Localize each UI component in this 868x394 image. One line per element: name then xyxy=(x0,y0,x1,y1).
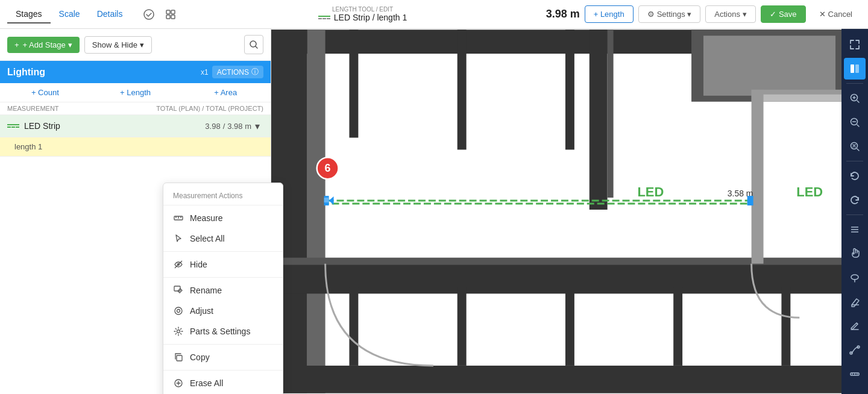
lighting-actions: x1 ACTIONS ⓘ xyxy=(201,66,263,78)
svg-rect-4 xyxy=(171,15,175,19)
undo-button[interactable] xyxy=(844,165,866,187)
table-header-right: TOTAL (PLAN) / TOTAL (PROJECT) xyxy=(156,105,263,112)
main: + + Add Stage ▾ Show & Hide ▾ Lighting x… xyxy=(0,29,868,394)
header-right: 3.98 m + Length ⚙ ⚙ Settings Settings ▾ … xyxy=(546,5,861,23)
header-tabs: Stages Scale Details xyxy=(7,5,131,23)
svg-rect-34 xyxy=(673,287,682,365)
actions-button[interactable]: Actions ▾ xyxy=(705,5,756,23)
curve-button[interactable] xyxy=(844,339,866,361)
show-hide-chevron-icon: ▾ xyxy=(140,40,144,49)
svg-rect-51 xyxy=(851,64,854,73)
svg-rect-45 xyxy=(324,198,329,202)
breadcrumb-text: LENGTH TOOL / EDIT xyxy=(332,6,393,13)
svg-rect-12 xyxy=(174,286,180,291)
tab-stages[interactable]: Stages xyxy=(7,5,51,23)
pen-button[interactable] xyxy=(844,315,866,337)
svg-rect-37 xyxy=(752,90,764,264)
search-button[interactable] xyxy=(244,35,263,54)
menu-item-adjust[interactable]: Adjust xyxy=(163,301,283,321)
cancel-button[interactable]: ✕ Cancel xyxy=(811,6,861,22)
floor-plan-svg: LED LED 3.58 m 6 xyxy=(271,29,841,394)
svg-point-59 xyxy=(851,275,858,280)
redo-button[interactable] xyxy=(844,189,866,211)
sidebar-top: + + Add Stage ▾ Show & Hide ▾ xyxy=(0,29,271,61)
menu-item-copy[interactable]: Copy xyxy=(163,347,283,367)
fit-button[interactable] xyxy=(844,136,866,157)
actions-chevron: ▾ xyxy=(743,10,747,19)
menu-item-hide[interactable]: Hide xyxy=(163,254,283,275)
led-separator: / xyxy=(223,122,225,131)
expand-button[interactable] xyxy=(844,34,866,55)
svg-rect-26 xyxy=(590,30,608,210)
svg-rect-33 xyxy=(565,287,574,365)
svg-rect-47 xyxy=(747,196,753,205)
led-strip-name: LED Strip xyxy=(24,121,205,131)
add-length-button-sidebar[interactable]: + Length xyxy=(90,83,181,102)
sidebar: + + Add Stage ▾ Show & Hide ▾ Lighting x… xyxy=(0,29,271,394)
list-button[interactable] xyxy=(844,219,866,240)
tab-details[interactable]: Details xyxy=(89,5,131,23)
hand-button[interactable] xyxy=(844,243,866,264)
panel-button[interactable] xyxy=(844,58,866,80)
menu-item-select-all[interactable]: Select All xyxy=(163,228,283,249)
title-text: LED Strip / length 1 xyxy=(334,13,407,22)
zoom-in-button[interactable] xyxy=(844,87,866,109)
cancel-x-icon: ✕ xyxy=(819,10,826,19)
menu-item-parts-settings[interactable]: Parts & Settings xyxy=(163,321,283,342)
svg-rect-16 xyxy=(177,355,182,361)
measure-button[interactable] xyxy=(844,363,866,385)
add-area-button[interactable]: + Area xyxy=(180,83,271,102)
svg-rect-28 xyxy=(349,30,358,137)
svg-rect-27 xyxy=(608,30,614,198)
lighting-actions-button[interactable]: ACTIONS ⓘ xyxy=(212,66,263,78)
menu-item-erase-all-label: Erase All xyxy=(190,378,223,388)
svg-rect-30 xyxy=(565,30,574,149)
menu-item-copy-label: Copy xyxy=(190,352,210,362)
divider-3 xyxy=(846,214,863,215)
menu-item-parts-settings-label: Parts & Settings xyxy=(190,327,250,336)
led-dashes-icon xyxy=(7,124,19,128)
menu-item-adjust-label: Adjust xyxy=(190,306,213,316)
add-stage-button[interactable]: + + Add Stage ▾ xyxy=(7,37,80,53)
x1-badge: x1 xyxy=(201,68,209,77)
lighting-actions-circle-icon: ⓘ xyxy=(251,67,259,77)
led-expand-icon[interactable]: ▾ xyxy=(251,120,263,132)
grid-icon[interactable] xyxy=(162,6,179,23)
header-icons xyxy=(140,6,179,23)
svg-point-15 xyxy=(177,330,180,333)
tab-scale[interactable]: Scale xyxy=(51,5,89,23)
lasso-button[interactable] xyxy=(844,267,866,289)
map-area[interactable]: LED LED 3.58 m 6 xyxy=(271,29,841,394)
breadcrumb: LENGTH TOOL / EDIT xyxy=(332,6,393,13)
header-center: LENGTH TOOL / EDIT LED Strip / length 1 xyxy=(184,6,541,22)
adjust-icon xyxy=(173,305,184,316)
menu-item-erase-all[interactable]: Erase All xyxy=(163,373,283,393)
menu-item-rename[interactable]: Rename xyxy=(163,280,283,301)
menu-item-measure[interactable]: Measure xyxy=(163,208,283,228)
save-button[interactable]: ✓ Save xyxy=(761,5,806,23)
separator-4 xyxy=(163,370,283,371)
eye-off-icon xyxy=(173,259,184,270)
svg-rect-3 xyxy=(166,15,170,19)
add-length-button[interactable]: + Length xyxy=(585,5,634,23)
led-value1: 3.98 xyxy=(205,122,220,131)
settings-button[interactable]: ⚙ ⚙ Settings Settings ▾ xyxy=(638,5,701,23)
add-count-button[interactable]: + Count xyxy=(0,83,90,102)
search-icon xyxy=(249,40,259,49)
table-header: MEASUREMENT TOTAL (PLAN) / TOTAL (PROJEC… xyxy=(0,102,271,115)
svg-rect-35 xyxy=(781,287,790,365)
add-stage-plus-icon: + xyxy=(14,40,19,49)
menu-item-rename-label: Rename xyxy=(190,286,222,295)
svg-rect-29 xyxy=(458,30,467,149)
zoom-out-button[interactable] xyxy=(844,111,866,133)
led-strip-row[interactable]: LED Strip 3.98 / 3.98 m ▾ xyxy=(0,115,271,137)
show-hide-button[interactable]: Show & Hide ▾ xyxy=(84,36,152,54)
separator-3 xyxy=(163,344,283,345)
length1-name: length 1 xyxy=(14,142,263,151)
checkmark-icon[interactable] xyxy=(140,6,157,23)
length1-row[interactable]: length 1 xyxy=(0,137,271,157)
svg-text:LED: LED xyxy=(796,184,823,199)
header: Stages Scale Details LENGTH TOOL / EDIT xyxy=(0,0,868,29)
eraser-button[interactable] xyxy=(844,291,866,313)
divider-1 xyxy=(846,83,863,84)
